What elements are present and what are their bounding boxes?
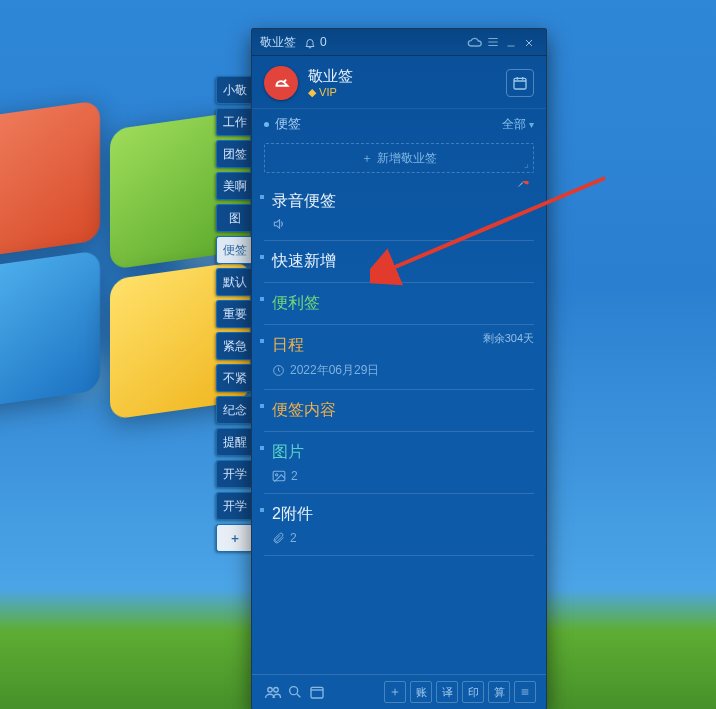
header: 敬业签 VIP xyxy=(252,56,546,109)
note-title: 录音便签 xyxy=(272,191,532,212)
close-icon[interactable] xyxy=(520,35,538,49)
app-panel: 敬业签 0 敬业签 VIP 便签 全 xyxy=(251,28,547,709)
side-tab-0[interactable]: 小敬 xyxy=(216,76,252,104)
note-item-0[interactable]: 录音便签📌 xyxy=(264,181,534,241)
note-meta: 2022年06月29日 xyxy=(272,362,532,379)
side-tab-4[interactable]: 图 xyxy=(216,204,252,232)
contacts-icon[interactable] xyxy=(262,684,284,701)
note-item-4[interactable]: 便签内容 xyxy=(264,390,534,432)
note-title: 2附件 xyxy=(272,504,532,525)
note-item-1[interactable]: 快速新增 xyxy=(264,241,534,283)
add-note-placeholder: ＋ 新增敬业签 xyxy=(361,150,436,167)
svg-rect-7 xyxy=(311,688,323,699)
pin-icon: 📌 xyxy=(517,181,534,187)
footer-more-button[interactable] xyxy=(514,681,536,703)
footer-btn-2[interactable]: 印 xyxy=(462,681,484,703)
note-meta: 2 xyxy=(272,469,532,483)
note-item-5[interactable]: 图片2 xyxy=(264,432,534,494)
note-badge: 剩余304天 xyxy=(483,331,534,346)
note-title: 图片 xyxy=(272,442,532,463)
side-tab-7[interactable]: 重要 xyxy=(216,300,252,328)
brand-logo xyxy=(264,66,298,100)
section-header: 便签 全部 xyxy=(252,109,546,139)
brand-name: 敬业签 xyxy=(308,67,506,86)
side-tab-9[interactable]: 不紧 xyxy=(216,364,252,392)
svg-point-5 xyxy=(274,688,279,693)
footer-toolbar: 账 译 印 算 xyxy=(252,674,546,709)
vip-badge: VIP xyxy=(308,86,506,99)
note-item-6[interactable]: 2附件2 xyxy=(264,494,534,556)
resize-corner-icon: ⌟ xyxy=(524,158,529,169)
note-meta: 2 xyxy=(272,531,532,545)
side-tab-12[interactable]: 开学 xyxy=(216,460,252,488)
footer-btn-0[interactable]: 账 xyxy=(410,681,432,703)
side-tab-add[interactable]: ＋ xyxy=(216,524,252,552)
note-title: 便利签 xyxy=(272,293,532,314)
note-item-2[interactable]: 便利签 xyxy=(264,283,534,325)
footer-btn-3[interactable]: 算 xyxy=(488,681,510,703)
titlebar-app-name: 敬业签 xyxy=(260,34,296,51)
add-note-input[interactable]: ＋ 新增敬业签 ⌟ xyxy=(264,143,534,173)
minimize-icon[interactable] xyxy=(502,35,520,49)
cloud-sync-icon[interactable] xyxy=(466,35,484,50)
notes-list: 录音便签📌快速新增便利签日程剩余304天2022年06月29日便签内容图片22附… xyxy=(252,181,546,674)
note-title: 便签内容 xyxy=(272,400,532,421)
calendar-small-icon[interactable] xyxy=(306,684,328,701)
side-tab-8[interactable]: 紧急 xyxy=(216,332,252,360)
note-meta xyxy=(272,218,532,230)
side-tab-10[interactable]: 纪念 xyxy=(216,396,252,424)
title-bar: 敬业签 0 xyxy=(252,29,546,56)
side-tab-5[interactable]: 便签 xyxy=(216,236,252,264)
side-tab-3[interactable]: 美啊 xyxy=(216,172,252,200)
filter-all-dropdown[interactable]: 全部 xyxy=(502,116,534,133)
calendar-button[interactable] xyxy=(506,69,534,97)
svg-point-6 xyxy=(290,687,298,695)
footer-btn-1[interactable]: 译 xyxy=(436,681,458,703)
side-tab-1[interactable]: 工作 xyxy=(216,108,252,136)
note-item-3[interactable]: 日程剩余304天2022年06月29日 xyxy=(264,325,534,390)
svg-rect-0 xyxy=(514,78,526,89)
side-tab-2[interactable]: 团签 xyxy=(216,140,252,168)
svg-point-4 xyxy=(268,688,273,693)
note-title: 快速新增 xyxy=(272,251,532,272)
section-dot-icon xyxy=(264,122,269,127)
bell-icon[interactable] xyxy=(304,35,316,49)
side-tab-13[interactable]: 开学 xyxy=(216,492,252,520)
side-tab-6[interactable]: 默认 xyxy=(216,268,252,296)
section-label: 便签 xyxy=(275,115,301,133)
menu-icon[interactable] xyxy=(484,35,502,50)
category-side-tabs: 小敬工作团签美啊图便签默认重要紧急不紧纪念提醒开学开学＋ xyxy=(216,76,252,556)
svg-point-3 xyxy=(276,474,278,476)
side-tab-11[interactable]: 提醒 xyxy=(216,428,252,456)
notification-count: 0 xyxy=(320,35,327,49)
footer-add-button[interactable] xyxy=(384,681,406,703)
search-icon[interactable] xyxy=(284,684,306,701)
